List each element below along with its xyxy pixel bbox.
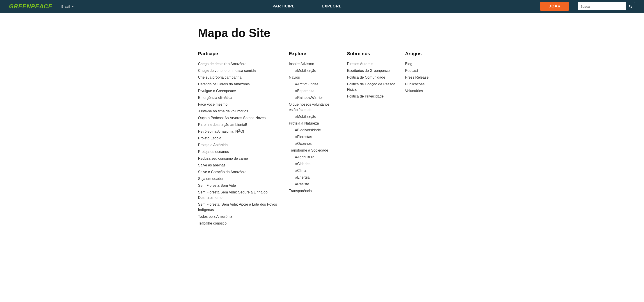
list-item: Voluntários: [405, 88, 446, 94]
sitemap-link-explore-1[interactable]: #Mobilização: [289, 68, 338, 73]
list-item: Sem Floresta Sem Vida: Segure a Linha do…: [198, 190, 280, 200]
sitemap-link-explore-14[interactable]: #Cidades: [289, 161, 338, 167]
logo-text: GREENPEACE: [9, 3, 52, 10]
sitemap-col-sobre-nos: Sobre nósDireitos AutoraisEscritórios do…: [347, 51, 396, 99]
sitemap-link-explore-16[interactable]: #Energia: [289, 175, 338, 180]
sitemap-link-explore-3[interactable]: #ArcticSunrise: [289, 81, 338, 87]
sitemap-link-sobre-nos-2[interactable]: Política de Comunidade: [347, 75, 385, 79]
sitemap-link-explore-10[interactable]: #Florestas: [289, 134, 338, 140]
list-item: Salve o Coração da Amazônia: [198, 169, 280, 175]
sitemap-link-sobre-nos-3[interactable]: Política de Doação de Pessoa Física: [347, 82, 395, 91]
sitemap-link-explore-17[interactable]: #Resista: [289, 182, 338, 187]
list-item: #Florestas: [289, 134, 338, 140]
sitemap-link-participe-21[interactable]: Todos pela Amazônia: [198, 215, 232, 219]
list-item: Press Release: [405, 75, 446, 80]
sitemap-grid: ParticipeChega de destruir a AmazôniaChe…: [198, 51, 446, 226]
list-item: #Oceanos: [289, 141, 338, 146]
sitemap-link-explore-9[interactable]: #Biodiversidade: [289, 127, 338, 133]
country-selector[interactable]: Brasil: [61, 4, 74, 8]
doar-button[interactable]: DOAR: [540, 2, 569, 11]
sitemap-link-explore-8[interactable]: Proteja a Natureza: [289, 121, 319, 125]
sitemap-link-artigos-1[interactable]: Podcast: [405, 69, 418, 72]
list-item: Política de Privacidade: [347, 94, 396, 99]
sitemap-link-explore-6[interactable]: O que nossos voluntários estão fazendo: [289, 102, 330, 112]
list-item: #Mobilização: [289, 68, 338, 73]
list-item: #Mobilização: [289, 114, 338, 119]
sitemap-link-sobre-nos-1[interactable]: Escritórios do Greenpeace: [347, 69, 390, 72]
sitemap-link-explore-4[interactable]: #Esperanza: [289, 88, 338, 94]
sitemap-link-sobre-nos-4[interactable]: Política de Privacidade: [347, 94, 384, 98]
search-icon: [628, 4, 632, 8]
sitemap-col-explore: ExploreInspire Ativismo#MobilizaçãoNavio…: [289, 51, 338, 194]
search-bar: [578, 2, 635, 10]
sitemap-link-explore-2[interactable]: Navios: [289, 75, 300, 79]
list-item: Chega de destruir a Amazônia: [198, 61, 280, 67]
sitemap-link-artigos-0[interactable]: Blog: [405, 62, 412, 66]
sitemap-link-participe-2[interactable]: Crie sua própria campanha: [198, 75, 242, 79]
search-input[interactable]: [578, 2, 626, 10]
list-item: Crie sua própria campanha: [198, 75, 280, 80]
sitemap-link-participe-3[interactable]: Defenda os Corais da Amazônia: [198, 82, 250, 86]
sitemap-link-participe-22[interactable]: Trabalhe conosco: [198, 221, 227, 225]
sitemap-link-participe-15[interactable]: Salve as abelhas: [198, 163, 226, 167]
list-item: #Cidades: [289, 161, 338, 167]
list-item: Transforme a Sociedade: [289, 148, 338, 153]
sitemap-link-explore-15[interactable]: #Clima: [289, 168, 338, 173]
list-item: Inspire Ativismo: [289, 61, 338, 67]
sitemap-link-explore-7[interactable]: #Mobilização: [289, 114, 338, 119]
sitemap-link-participe-5[interactable]: Emergência climática: [198, 96, 232, 99]
sitemap-link-participe-18[interactable]: Sem Floresta Sem Vida: [198, 184, 236, 187]
sitemap-link-participe-6[interactable]: Faça você mesmo: [198, 102, 228, 106]
sitemap-link-participe-13[interactable]: Proteja os oceanos: [198, 150, 229, 154]
sitemap-link-explore-13[interactable]: #Agricultura: [289, 154, 338, 160]
sitemap-link-explore-12[interactable]: Transforme a Sociedade: [289, 148, 328, 152]
sitemap-link-participe-9[interactable]: Parem a destruição ambiental!: [198, 123, 247, 127]
sitemap-link-artigos-2[interactable]: Press Release: [405, 75, 428, 79]
sitemap-link-participe-7[interactable]: Junte-se ao time de voluntários: [198, 109, 248, 113]
sitemap-col-artigos: ArtigosBlogPodcastPress ReleasePublicaçõ…: [405, 51, 446, 94]
list-item: Ouça o Podcast As Árvores Somos Nozes: [198, 115, 280, 121]
list-item: Proteja os oceanos: [198, 149, 280, 154]
sitemap-link-explore-11[interactable]: #Oceanos: [289, 141, 338, 146]
list-item: #RainbowWarrior: [289, 95, 338, 100]
list-item: Defenda os Corais da Amazônia: [198, 81, 280, 87]
sitemap-link-artigos-4[interactable]: Voluntários: [405, 89, 423, 93]
nav-link-participe[interactable]: PARTICIPE: [272, 4, 294, 8]
list-item: Petróleo na Amazônia, NÃO!: [198, 129, 280, 134]
sitemap-link-participe-0[interactable]: Chega de destruir a Amazônia: [198, 62, 246, 66]
sitemap-link-participe-4[interactable]: Divulgue o Greenpeace: [198, 89, 236, 93]
sitemap-heading-sobre-nos: Sobre nós: [347, 51, 396, 56]
list-item: #Energia: [289, 175, 338, 180]
list-item: Publicações: [405, 81, 446, 87]
sitemap-link-participe-14[interactable]: Reduza seu consumo de carne: [198, 157, 248, 160]
sitemap-link-participe-12[interactable]: Proteja a Antártida: [198, 143, 228, 147]
list-item: Transparência: [289, 188, 338, 194]
logo[interactable]: GREENPEACE: [9, 3, 52, 10]
sitemap-link-participe-19[interactable]: Sem Floresta Sem Vida: Segure a Linha do…: [198, 190, 268, 200]
sitemap-link-artigos-3[interactable]: Publicações: [405, 82, 424, 86]
list-item: Projeto Escola: [198, 136, 280, 141]
sitemap-link-participe-10[interactable]: Petróleo na Amazônia, NÃO!: [198, 129, 244, 133]
sitemap-link-participe-8[interactable]: Ouça o Podcast As Árvores Somos Nozes: [198, 116, 266, 120]
sitemap-link-participe-11[interactable]: Projeto Escola: [198, 136, 221, 140]
page-content: Mapa do Site ParticipeChega de destruir …: [153, 12, 491, 244]
sitemap-link-participe-16[interactable]: Salve o Coração da Amazônia: [198, 170, 246, 174]
sitemap-link-explore-5[interactable]: #RainbowWarrior: [289, 95, 338, 100]
sitemap-link-participe-20[interactable]: Sem Floresta, Sem Vida: Apoie a Luta dos…: [198, 203, 277, 212]
list-item: Proteja a Natureza: [289, 121, 338, 126]
list-item: #Resista: [289, 182, 338, 187]
sitemap-link-sobre-nos-0[interactable]: Direitos Autorais: [347, 62, 373, 66]
list-item: Direitos Autorais: [347, 61, 396, 67]
sitemap-list-explore: Inspire Ativismo#MobilizaçãoNavios#Arcti…: [289, 61, 338, 194]
sitemap-heading-artigos: Artigos: [405, 51, 446, 56]
nav-link-explore[interactable]: EXPLORE: [322, 4, 342, 8]
list-item: Podcast: [405, 68, 446, 73]
sitemap-link-participe-1[interactable]: Chega de veneno em nossa comida: [198, 69, 256, 72]
sitemap-link-participe-17[interactable]: Seja um doador: [198, 177, 224, 181]
search-button[interactable]: [626, 2, 635, 10]
sitemap-list-participe: Chega de destruir a AmazôniaChega de ven…: [198, 61, 280, 226]
sitemap-link-explore-18[interactable]: Transparência: [289, 189, 312, 193]
nav-links: PARTICIPE EXPLORE: [83, 4, 531, 8]
sitemap-link-explore-0[interactable]: Inspire Ativismo: [289, 62, 314, 66]
chevron-down-icon: [72, 6, 74, 7]
